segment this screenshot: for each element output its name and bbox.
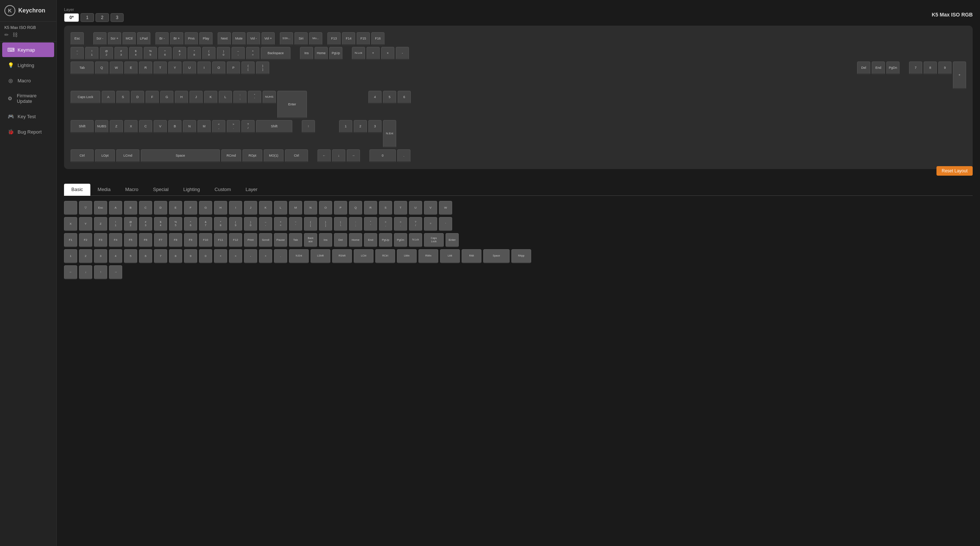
key-r[interactable]: R [139,62,152,75]
pkey-left[interactable]: ← [64,265,77,279]
pkey-z[interactable]: Z [94,217,107,231]
key-comma[interactable]: <, [212,120,225,133]
pkey-f2[interactable]: F2 [79,233,92,247]
key-mctl[interactable]: MCtl [123,32,136,45]
pkey-lshift[interactable]: LShift [310,249,330,263]
pkey-c[interactable]: C [139,201,152,215]
pkey-m[interactable]: M [289,201,302,215]
pkey-lalt[interactable]: LAlt [440,249,460,263]
key-pgup[interactable]: PgUp [329,47,342,60]
pkey-apostrophe[interactable]: ' [439,217,452,231]
key-period[interactable]: >. [227,120,240,133]
key-slash[interactable]: ?/ [242,120,255,133]
key-mo[interactable]: Mo... [309,32,322,45]
layer-btn-0[interactable]: 0* [64,13,79,22]
pkey-period[interactable]: >. [394,217,407,231]
pkey-enter[interactable]: Enter [445,233,459,247]
pkey-esc[interactable]: Esc [94,201,107,215]
pkey-9[interactable]: (9 [229,217,242,231]
key-num-4[interactable]: 4 [368,91,382,104]
pkey-lwin[interactable]: LWin [397,249,417,263]
pkey-quote[interactable]: "' [364,217,377,231]
pkey-numdot-top[interactable]: + [259,249,272,263]
pkey-p[interactable]: P [334,201,347,215]
key-num-7[interactable]: 7 [909,62,922,75]
key-pgdn[interactable]: PgDn [886,62,899,75]
pkey-pgdn[interactable]: PgDn [394,233,407,247]
key-t[interactable]: T [154,62,167,75]
key-rbracket[interactable]: }] [256,62,269,75]
pkey-f6[interactable]: F6 [139,233,152,247]
pkey-0[interactable]: )0 [244,217,257,231]
tab-lighting[interactable]: Lighting [176,184,207,196]
pkey-f1[interactable]: F1 [64,233,77,247]
pkey-tab[interactable]: Tab [289,233,302,247]
key-semicolon[interactable]: :; [233,91,247,104]
pkey-1[interactable]: !1 [109,217,122,231]
key-lcmd[interactable]: LCmd [116,149,139,162]
pkey-l[interactable]: L [274,201,287,215]
pkey-slash[interactable]: ?/ [409,217,422,231]
pkey-b[interactable]: B [124,201,137,215]
pkey-f10[interactable]: F10 [199,233,212,247]
key-2[interactable]: @2 [100,47,113,60]
key-lbracket[interactable]: {[ [242,62,255,75]
key-d[interactable]: D [131,91,144,104]
key-f16[interactable]: F16 [371,32,385,45]
key-scrplus[interactable]: Scr + [108,32,121,45]
layer-btn-3[interactable]: 3 [110,13,124,22]
pkey-nument[interactable]: N.Ent [289,249,309,263]
key-g[interactable]: G [160,91,173,104]
key-w[interactable]: W [110,62,123,75]
key-backspace[interactable]: Backspace [261,47,290,60]
pkey-o[interactable]: O [319,201,332,215]
pkey-f7[interactable]: F7 [154,233,167,247]
pkey-j[interactable]: J [244,201,257,215]
sidebar-item-keytest[interactable]: 🎮 Key Test [2,109,54,124]
pkey-num5[interactable]: 5 [124,249,137,263]
key-brminus[interactable]: Br - [156,32,169,45]
pkey-space[interactable]: Space [483,249,509,263]
key-u[interactable]: U [183,62,196,75]
pkey-up[interactable]: ↑ [94,265,107,279]
pkey-i[interactable]: I [229,201,242,215]
pkey-backspace[interactable]: Backace [304,233,317,247]
key-lopt[interactable]: LOpt [95,149,115,162]
pkey-2[interactable]: @2 [124,217,137,231]
pkey-lbracket[interactable]: {[ [304,217,317,231]
pkey-rshift[interactable]: RShift [332,249,352,263]
pkey-d[interactable]: D [154,201,167,215]
key-lshift[interactable]: Shift [71,120,94,133]
key-o[interactable]: O [212,62,225,75]
key-num-minus[interactable]: - [396,47,409,60]
pkey-e[interactable]: E [169,201,182,215]
key-next[interactable]: Next [218,32,231,45]
key-8[interactable]: *8 [188,47,201,60]
key-1[interactable]: !1 [85,47,99,60]
key-num-2[interactable]: 2 [354,120,367,133]
pkey-end[interactable]: End [364,233,377,247]
pkey-num6[interactable]: 6 [139,249,152,263]
key-f14[interactable]: F14 [342,32,355,45]
pkey-f11[interactable]: F11 [214,233,227,247]
key-f[interactable]: F [146,91,159,104]
key-num-8[interactable]: 8 [924,62,937,75]
pkey-equals[interactable]: += [274,217,287,231]
pkey-f4[interactable]: F4 [109,233,122,247]
pkey-f5[interactable]: F5 [124,233,137,247]
pkey-x[interactable]: X [64,217,77,231]
key-scrminus[interactable]: Scr - [93,32,107,45]
key-num-1[interactable]: 1 [339,120,352,133]
key-e[interactable]: E [124,62,138,75]
pkey-num4[interactable]: 4 [109,249,122,263]
key-b[interactable]: B [168,120,181,133]
key-f13[interactable]: F13 [328,32,340,45]
reset-layout-button[interactable]: Reset Layout [937,166,973,176]
key-home[interactable]: Home [315,47,328,60]
key-numpad-plus[interactable]: + [953,62,966,89]
tab-special[interactable]: Special [146,184,176,196]
key-ropt[interactable]: ROpt [243,149,262,162]
pkey-ins[interactable]: Ins [319,233,332,247]
pkey-7[interactable]: &7 [199,217,212,231]
pkey-minus[interactable]: –- [259,217,272,231]
